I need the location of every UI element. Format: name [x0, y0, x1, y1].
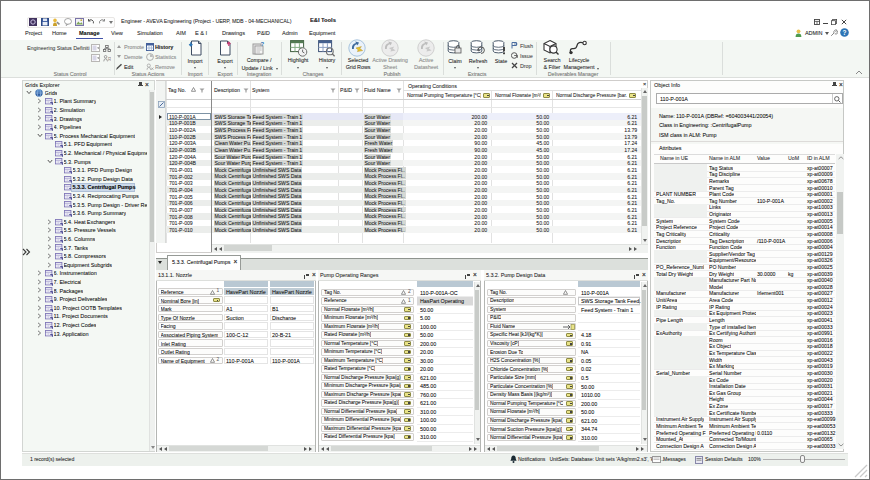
- svg-text:?: ?: [261, 41, 265, 47]
- svg-text:R: R: [108, 57, 111, 62]
- svg-text:?: ?: [843, 29, 847, 36]
